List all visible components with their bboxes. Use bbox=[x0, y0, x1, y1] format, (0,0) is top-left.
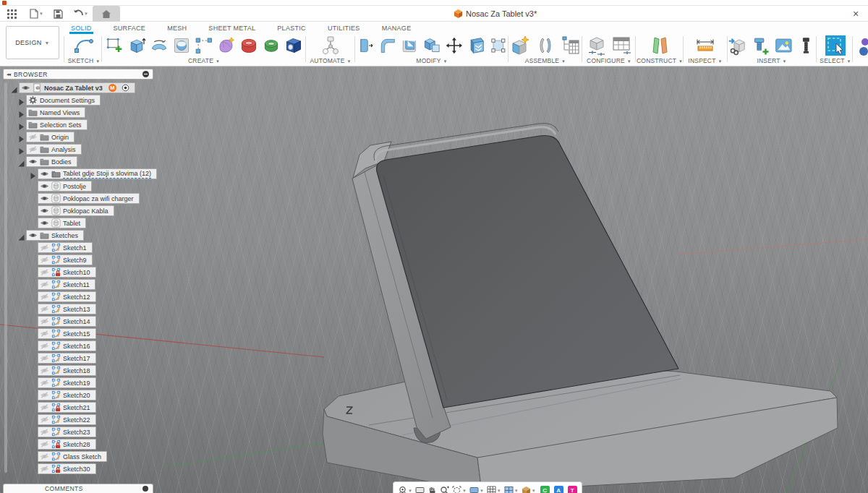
automate-icon[interactable] bbox=[320, 35, 341, 56]
tree-item-sketch16[interactable]: Sketch16 bbox=[38, 340, 96, 351]
tree-item-poklopac-kabla[interactable]: Poklopac Kabla bbox=[38, 205, 114, 216]
configuration-table-icon[interactable] bbox=[611, 35, 633, 56]
collapse-arrow-icon[interactable] bbox=[17, 158, 25, 166]
tree-item-analysis[interactable]: Analysis bbox=[26, 144, 82, 155]
tree-item-bodies[interactable]: Bodies bbox=[26, 156, 77, 167]
close-icon[interactable]: × bbox=[849, 7, 862, 20]
tab-plastic[interactable]: PLASTIC bbox=[276, 23, 307, 34]
visibility-on-icon[interactable] bbox=[40, 206, 49, 215]
expand-arrow-icon[interactable] bbox=[17, 121, 25, 129]
file-menu-button[interactable]: ▼ bbox=[30, 9, 43, 19]
visibility-off-icon[interactable] bbox=[28, 145, 38, 154]
group-label-create[interactable]: CREATE ▼ bbox=[103, 57, 305, 64]
collapse-panel-icon[interactable]: ◂◂ bbox=[7, 72, 10, 77]
derive-icon[interactable] bbox=[728, 35, 747, 56]
visibility-off-icon[interactable] bbox=[28, 132, 38, 142]
group-label-automate[interactable]: AUTOMATE ▼ bbox=[307, 57, 354, 64]
save-button[interactable] bbox=[54, 9, 63, 19]
tree-item-sketch11[interactable]: Sketch11 bbox=[38, 279, 95, 290]
tree-item-tablet-gdje-stoji-s-slovima-12[interactable]: Tablet gdje Stoji s slovima (12) bbox=[38, 168, 157, 179]
tab-sheet-metal[interactable]: SHEET METAL bbox=[207, 23, 257, 34]
tree-item-nosac-za-tablet-v3[interactable]: Nosac Za Tablet v3M bbox=[19, 82, 135, 93]
tab-mesh[interactable]: MESH bbox=[166, 23, 188, 34]
visibility-off-icon[interactable] bbox=[40, 353, 49, 363]
visibility-off-icon[interactable] bbox=[40, 304, 49, 314]
visibility-on-icon[interactable] bbox=[40, 169, 49, 179]
visibility-off-icon[interactable] bbox=[40, 452, 49, 461]
extrude-icon[interactable] bbox=[127, 36, 146, 55]
tree-item-sketch18[interactable]: Sketch18 bbox=[38, 365, 96, 376]
tree-item-sketch20[interactable]: Sketch20 bbox=[38, 390, 96, 400]
tree-item-sketch17[interactable]: Sketch17 bbox=[38, 353, 96, 364]
visibility-on-icon[interactable] bbox=[21, 83, 30, 93]
tree-item-sketch21[interactable]: Sketch21 bbox=[38, 402, 96, 413]
workspace-selector[interactable]: DESIGN ▼ bbox=[6, 26, 59, 59]
tab-surface[interactable]: SURFACE bbox=[112, 23, 148, 34]
visibility-off-icon[interactable] bbox=[40, 378, 49, 387]
visibility-off-icon[interactable] bbox=[40, 243, 49, 252]
visibility-on-icon[interactable] bbox=[40, 218, 49, 228]
form-icon[interactable] bbox=[217, 36, 236, 55]
grid-settings-icon[interactable]: ▼ bbox=[487, 486, 501, 493]
configuration-icon[interactable] bbox=[586, 35, 608, 56]
display-settings-icon[interactable]: ▼ bbox=[469, 486, 484, 493]
collapse-arrow-icon[interactable] bbox=[17, 231, 25, 239]
tree-item-poklopac-za-wifi-charger[interactable]: Poklopac za wifi charger bbox=[38, 193, 140, 204]
visibility-off-icon[interactable] bbox=[40, 366, 49, 375]
move-copy-icon[interactable] bbox=[445, 36, 464, 55]
panel-grip-icon[interactable] bbox=[142, 71, 149, 77]
rectangular-pattern-icon[interactable] bbox=[195, 36, 213, 55]
tree-item-sketch30[interactable]: Sketch30 bbox=[38, 463, 96, 474]
visibility-off-icon[interactable] bbox=[40, 403, 49, 412]
tree-item-sketch23[interactable]: Sketch23 bbox=[38, 426, 96, 437]
fillet-icon[interactable] bbox=[378, 36, 397, 55]
tree-item-selection-sets[interactable]: Selection Sets bbox=[26, 119, 88, 130]
tree-item-tablet[interactable]: Tablet bbox=[38, 218, 86, 228]
visibility-off-icon[interactable] bbox=[40, 415, 49, 424]
tree-item-sketches[interactable]: Sketches bbox=[26, 230, 84, 241]
joint-icon[interactable] bbox=[535, 35, 556, 56]
new-component-icon[interactable] bbox=[509, 35, 531, 56]
tree-item-document-settings[interactable]: Document Settings bbox=[26, 95, 101, 106]
visibility-off-icon[interactable] bbox=[40, 317, 49, 326]
visibility-off-icon[interactable] bbox=[40, 267, 49, 277]
overflow-tool-icon[interactable] bbox=[858, 36, 868, 59]
look-at-icon[interactable] bbox=[415, 486, 425, 493]
tab-solid[interactable]: SOLID bbox=[69, 23, 93, 34]
visibility-off-icon[interactable] bbox=[40, 464, 49, 473]
tree-item-sketch22[interactable]: Sketch22 bbox=[38, 414, 96, 425]
tree-item-origin[interactable]: Origin bbox=[26, 132, 75, 142]
coil-icon[interactable] bbox=[239, 36, 258, 55]
visibility-off-icon[interactable] bbox=[40, 280, 49, 289]
user-avatar-badge[interactable]: M bbox=[109, 84, 116, 92]
orbit-icon[interactable]: ▼ bbox=[398, 486, 412, 493]
canvas-icon[interactable] bbox=[774, 35, 793, 56]
tree-item-sketch15[interactable]: Sketch15 bbox=[38, 328, 96, 339]
expand-arrow-icon[interactable] bbox=[17, 145, 25, 153]
group-label-select[interactable]: SELECT ▼ bbox=[817, 57, 854, 64]
visibility-off-icon[interactable] bbox=[40, 440, 49, 449]
view-cube-icon[interactable]: ▼ bbox=[522, 486, 536, 493]
group-label-insert[interactable]: INSERT ▼ bbox=[728, 57, 816, 64]
tree-item-sketch1[interactable]: Sketch1 bbox=[38, 242, 93, 253]
primitive-box-icon[interactable] bbox=[284, 36, 303, 55]
visibility-off-icon[interactable] bbox=[40, 390, 49, 400]
group-label-inspect[interactable]: INSPECT ▼ bbox=[684, 57, 726, 64]
tree-item-postolje[interactable]: Postolje bbox=[38, 181, 92, 192]
insert-fastener-icon[interactable] bbox=[751, 35, 770, 56]
pipe-icon[interactable] bbox=[262, 36, 281, 55]
environment-button-c[interactable]: C bbox=[540, 486, 550, 493]
bom-icon[interactable] bbox=[560, 35, 582, 56]
visibility-off-icon[interactable] bbox=[40, 329, 49, 338]
construct-plane-icon[interactable] bbox=[649, 35, 671, 56]
press-pull-icon[interactable] bbox=[356, 36, 375, 55]
viewports-icon[interactable]: ▼ bbox=[504, 486, 519, 493]
sketch-spline-icon[interactable] bbox=[73, 35, 95, 56]
expand-arrow-icon[interactable] bbox=[17, 133, 25, 141]
insert-mcmaster-icon[interactable] bbox=[796, 35, 816, 56]
undo-button[interactable]: ▼ bbox=[73, 9, 88, 18]
tree-item-sketch13[interactable]: Sketch13 bbox=[38, 304, 96, 314]
hole-icon[interactable] bbox=[172, 36, 191, 55]
combine-icon[interactable] bbox=[422, 36, 441, 55]
group-label-construct[interactable]: CONSTRUCT ▼ bbox=[637, 57, 683, 64]
